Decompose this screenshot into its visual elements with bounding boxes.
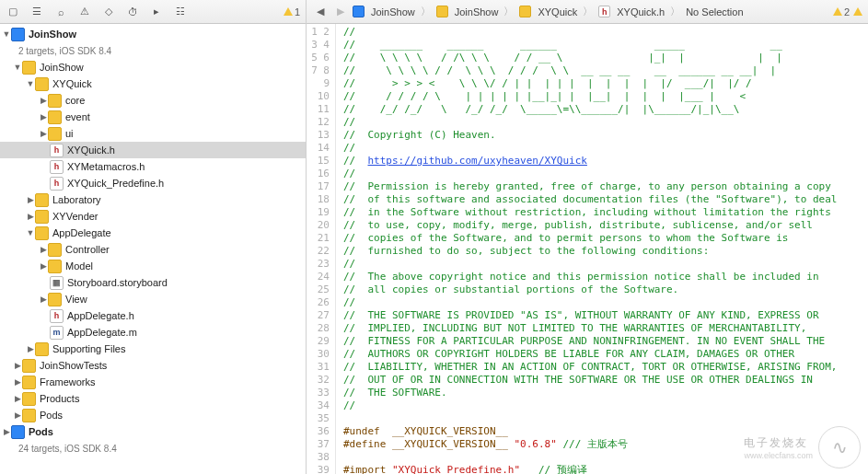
navigator-toolbar: ▢ ☰ ⌕ ⚠ ◇ ⏱ ▸ ☷ 1 — [0, 0, 306, 24]
report-nav-icon[interactable]: ☷ — [173, 5, 188, 19]
group-products[interactable]: ▶Products — [0, 390, 306, 407]
crumb-selection[interactable]: No Selection — [686, 6, 743, 17]
back-button[interactable]: ◀ — [312, 6, 329, 17]
file-xyquick-predefine-h[interactable]: hXYQuick_Predefine.h — [0, 175, 306, 191]
navigator-sidebar: ▢ ☰ ⌕ ⚠ ◇ ⏱ ▸ ☷ 1 ▼JoinShow 2 targets, i… — [0, 0, 307, 474]
file-xyquick-h[interactable]: hXYQuick.h — [0, 142, 306, 158]
forward-button[interactable]: ▶ — [332, 6, 349, 17]
crumb-file[interactable]: hXYQuick.h — [598, 6, 665, 17]
group-event[interactable]: ▶event — [0, 109, 306, 125]
folder-nav-icon[interactable]: ▢ — [6, 5, 20, 19]
symbol-nav-icon[interactable]: ☰ — [29, 5, 44, 19]
group-controller[interactable]: ▶Controller — [0, 241, 306, 258]
group-view[interactable]: ▶View — [0, 291, 306, 307]
breakpoint-nav-icon[interactable]: ▸ — [149, 5, 164, 19]
group-supporting-files[interactable]: ▶Supporting Files — [0, 341, 306, 357]
watermark-icon: ∿ — [818, 426, 861, 468]
jump-bar[interactable]: ◀ ▶ JoinShow〉 JoinShow〉 XYQuick〉 hXYQuic… — [307, 0, 868, 24]
file-appdelegate-m[interactable]: mAppDelegate.m — [0, 324, 306, 341]
group-appdelegate[interactable]: ▼AppDelegate — [0, 225, 306, 241]
project-root[interactable]: ▼JoinShow — [0, 26, 306, 42]
file-xymetamacros-h[interactable]: hXYMetamacros.h — [0, 158, 306, 175]
jumpbar-warn-badge[interactable]: 2 — [833, 6, 850, 17]
group-ui[interactable]: ▶ui — [0, 125, 306, 142]
group-model[interactable]: ▶Model — [0, 258, 306, 274]
crumb-group1[interactable]: JoinShow — [436, 6, 499, 17]
issue-nav-icon[interactable]: ⚠ — [77, 5, 92, 19]
project-tree[interactable]: ▼JoinShow 2 targets, iOS SDK 8.4 ▼JoinSh… — [0, 24, 306, 474]
crumb-project[interactable]: JoinShow — [353, 6, 415, 17]
project-sub: 2 targets, iOS SDK 8.4 — [0, 42, 306, 59]
pods-project-root[interactable]: ▶Pods — [0, 423, 306, 440]
group-pods[interactable]: ▶Pods — [0, 407, 306, 423]
watermark: 电子发烧友 www.elecfans.com ∿ — [744, 426, 861, 468]
code-editor[interactable]: 1 2 3 4 5 6 7 8 9 10 11 12 13 14 15 16 1… — [307, 24, 868, 474]
line-gutter: 1 2 3 4 5 6 7 8 9 10 11 12 13 14 15 16 1… — [307, 24, 336, 474]
sidebar-warning-badge[interactable]: 1 — [284, 6, 300, 17]
group-joinshow[interactable]: ▼JoinShow — [0, 59, 306, 75]
crumb-group2[interactable]: XYQuick — [519, 6, 577, 17]
code-content[interactable]: // // _______ ______ ______ _____ __ // … — [336, 24, 868, 474]
debug-nav-icon[interactable]: ⏱ — [125, 5, 140, 19]
test-nav-icon[interactable]: ◇ — [101, 5, 116, 19]
group-xyvender[interactable]: ▶XYVender — [0, 208, 306, 225]
jumpbar-warn-badge2[interactable] — [853, 7, 862, 16]
search-nav-icon[interactable]: ⌕ — [53, 5, 68, 19]
editor-area: ◀ ▶ JoinShow〉 JoinShow〉 XYQuick〉 hXYQuic… — [307, 0, 868, 474]
group-joinshowtests[interactable]: ▶JoinShowTests — [0, 357, 306, 374]
file-appdelegate-h[interactable]: hAppDelegate.h — [0, 307, 306, 324]
group-xyquick[interactable]: ▼XYQuick — [0, 75, 306, 92]
file-storyboard[interactable]: ▦Storyboard.storyboard — [0, 274, 306, 291]
group-laboratory[interactable]: ▶Laboratory — [0, 191, 306, 208]
group-core[interactable]: ▶core — [0, 92, 306, 109]
pods-project-sub: 24 targets, iOS SDK 8.4 — [0, 440, 306, 457]
group-frameworks[interactable]: ▶Frameworks — [0, 374, 306, 390]
